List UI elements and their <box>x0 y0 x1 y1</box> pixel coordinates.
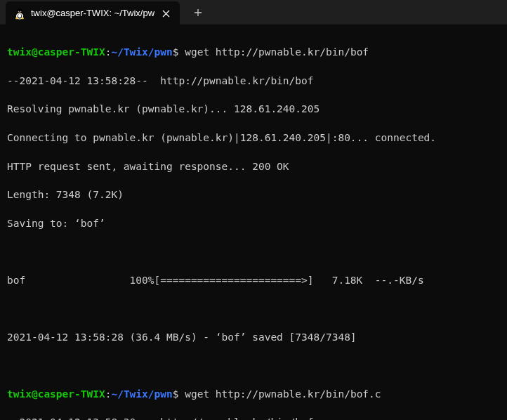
empty-line <box>7 358 500 372</box>
svg-point-9 <box>15 17 18 18</box>
prompt-path: ~/Twix/pwn <box>111 46 172 58</box>
output-line: Resolving pwnable.kr (pwnable.kr)... 128… <box>7 102 500 116</box>
command-text: wget http://pwnable.kr/bin/bof <box>185 46 369 58</box>
terminal-content[interactable]: twix@casper-TWIX:~/Twix/pwn$ wget http:/… <box>0 25 507 420</box>
prompt-line-1: twix@casper-TWIX:~/Twix/pwn$ wget http:/… <box>7 45 500 59</box>
prompt-user: twix@casper-TWIX <box>7 46 105 58</box>
output-line: Connecting to pwnable.kr (pwnable.kr)|12… <box>7 131 500 145</box>
svg-point-6 <box>18 11 19 12</box>
prompt-user: twix@casper-TWIX <box>7 388 105 400</box>
prompt-dollar: $ <box>173 388 179 400</box>
prompt-dollar: $ <box>173 46 179 58</box>
command-text: wget http://pwnable.kr/bin/bof.c <box>185 388 381 400</box>
output-line: Saving to: ‘bof’ <box>7 216 500 230</box>
output-line: Length: 7348 (7.2K) <box>7 188 500 202</box>
titlebar: twix@casper-TWIX: ~/Twix/pw <box>0 0 507 25</box>
output-line: --2021-04-12 13:58:30-- http://pwnable.k… <box>7 415 500 420</box>
new-tab-button[interactable] <box>188 3 208 22</box>
output-line: 2021-04-12 13:58:28 (36.4 MB/s) - ‘bof’ … <box>7 330 500 344</box>
svg-point-8 <box>19 12 21 13</box>
output-line: HTTP request sent, awaiting response... … <box>7 159 500 173</box>
empty-line <box>7 301 500 315</box>
close-icon[interactable] <box>160 8 171 20</box>
prompt-line-2: twix@casper-TWIX:~/Twix/pwn$ wget http:/… <box>7 387 500 401</box>
tux-icon <box>14 8 25 20</box>
svg-point-10 <box>21 17 24 18</box>
empty-line <box>7 244 500 258</box>
prompt-path: ~/Twix/pwn <box>111 388 172 400</box>
svg-point-7 <box>20 11 21 12</box>
output-line: --2021-04-12 13:58:28-- http://pwnable.k… <box>7 74 500 88</box>
progress-line: bof 100%[=======================>] 7.18K… <box>7 273 500 287</box>
tab-title: twix@casper-TWIX: ~/Twix/pw <box>31 7 154 20</box>
svg-point-3 <box>18 13 22 18</box>
terminal-tab[interactable]: twix@casper-TWIX: ~/Twix/pw <box>6 1 180 27</box>
